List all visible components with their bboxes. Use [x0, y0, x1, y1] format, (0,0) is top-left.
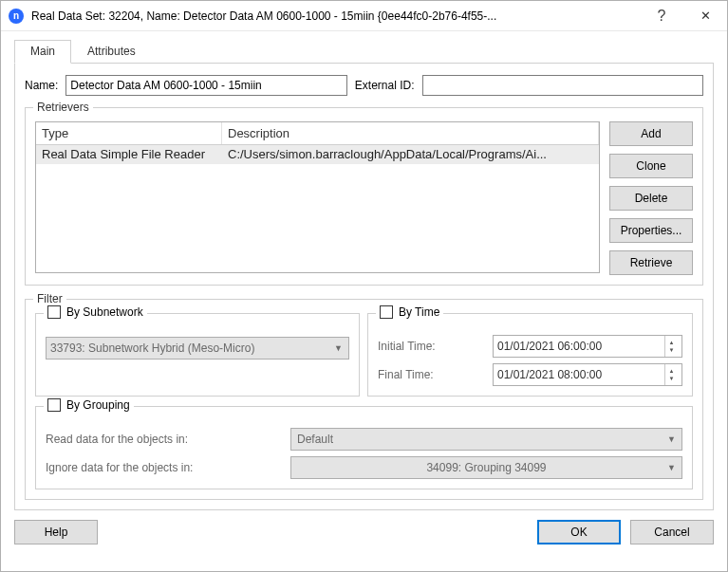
- add-button[interactable]: Add: [609, 121, 693, 146]
- titlebar: n Real Data Set: 32204, Name: Detector D…: [1, 1, 727, 31]
- final-time-value: 01/01/2021 08:00:00: [497, 368, 602, 381]
- by-subnetwork-checkbox[interactable]: [47, 305, 61, 319]
- by-time-checkbox[interactable]: [380, 305, 393, 319]
- properties-button[interactable]: Properties...: [609, 218, 693, 243]
- name-row: Name: External ID:: [25, 75, 703, 96]
- tab-attributes[interactable]: Attributes: [71, 40, 152, 64]
- help-icon[interactable]: ?: [640, 1, 683, 31]
- by-subnetwork-label: By Subnetwork: [66, 305, 143, 319]
- ignore-objects-combo[interactable]: 34099: Grouping 34099 ▼: [290, 456, 682, 479]
- ignore-objects-label: Ignore data for the objects in:: [46, 461, 283, 474]
- retrieve-button[interactable]: Retrieve: [609, 250, 693, 275]
- subnetwork-combo[interactable]: 33793: Subnetwork Hybrid (Meso-Micro) ▼: [46, 337, 349, 360]
- by-grouping-group: By Grouping Read data for the objects in…: [35, 406, 693, 489]
- tab-main-body: Name: External ID: Retrievers Type Descr…: [14, 64, 714, 510]
- by-grouping-label: By Grouping: [66, 398, 130, 412]
- by-time-group: By Time Initial Time: 01/01/2021 06:00:0…: [367, 313, 693, 397]
- retrievers-title: Retrievers: [33, 101, 93, 114]
- by-time-label: By Time: [399, 305, 439, 319]
- tab-main[interactable]: Main: [14, 40, 71, 64]
- filter-group: Filter By Subnetwork 33793: Subnetwork H…: [25, 299, 703, 500]
- cancel-button[interactable]: Cancel: [630, 520, 714, 544]
- spin-buttons[interactable]: ▲▼: [664, 364, 678, 385]
- col-description[interactable]: Description: [222, 122, 599, 144]
- chevron-down-icon: ▼: [667, 463, 676, 472]
- delete-button[interactable]: Delete: [609, 186, 693, 211]
- footer: Help OK Cancel: [1, 520, 727, 554]
- app-icon: n: [9, 9, 24, 24]
- subnetwork-value: 33793: Subnetwork Hybrid (Meso-Micro): [50, 341, 254, 355]
- window-title: Real Data Set: 32204, Name: Detector Dat…: [31, 9, 640, 23]
- cell-description: C:/Users/simon.barraclough/AppData/Local…: [222, 145, 599, 164]
- content: Main Attributes Name: External ID: Retri…: [1, 31, 727, 520]
- initial-time-label: Initial Time:: [378, 340, 473, 353]
- help-button[interactable]: Help: [14, 520, 98, 544]
- spin-buttons[interactable]: ▲▼: [664, 336, 678, 357]
- filter-title: Filter: [33, 292, 66, 305]
- retrievers-group: Retrievers Type Description Real Data Si…: [25, 107, 703, 286]
- tabs: Main Attributes: [14, 39, 714, 64]
- clone-button[interactable]: Clone: [609, 154, 693, 178]
- by-grouping-checkbox[interactable]: [47, 398, 61, 412]
- table-row[interactable]: Real Data Simple File Reader C:/Users/si…: [36, 145, 599, 164]
- read-objects-label: Read data for the objects in:: [46, 433, 283, 446]
- chevron-down-icon: ▼: [667, 434, 676, 444]
- final-time-label: Final Time:: [378, 368, 473, 381]
- name-input[interactable]: [65, 75, 346, 96]
- external-id-input[interactable]: [422, 75, 703, 96]
- initial-time-value: 01/01/2021 06:00:00: [497, 340, 602, 353]
- external-id-label: External ID:: [355, 79, 415, 92]
- read-objects-value: Default: [297, 433, 333, 446]
- retrievers-header: Type Description: [36, 122, 599, 145]
- ignore-objects-value: 34099: Grouping 34099: [426, 461, 546, 474]
- by-subnetwork-group: By Subnetwork 33793: Subnetwork Hybrid (…: [35, 313, 360, 397]
- read-objects-combo[interactable]: Default ▼: [290, 428, 682, 451]
- col-type[interactable]: Type: [36, 122, 222, 144]
- chevron-down-icon: ▼: [334, 343, 345, 353]
- retrievers-buttons: Add Clone Delete Properties... Retrieve: [609, 121, 693, 275]
- cell-type: Real Data Simple File Reader: [36, 145, 222, 164]
- ok-button[interactable]: OK: [537, 520, 621, 544]
- initial-time-input[interactable]: 01/01/2021 06:00:00 ▲▼: [493, 335, 682, 358]
- final-time-input[interactable]: 01/01/2021 08:00:00 ▲▼: [493, 363, 682, 386]
- retrievers-table[interactable]: Type Description Real Data Simple File R…: [35, 121, 600, 273]
- close-icon[interactable]: ✕: [683, 1, 727, 31]
- name-label: Name:: [25, 79, 58, 92]
